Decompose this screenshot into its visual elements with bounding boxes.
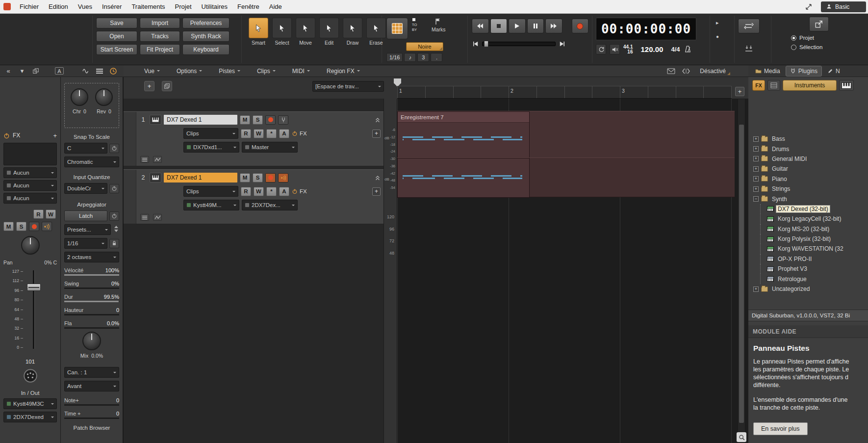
direction-dropdown[interactable]: Avant	[64, 381, 119, 391]
fx-filter-button[interactable]: FX	[752, 80, 765, 91]
add-track-button[interactable]: +	[144, 81, 154, 91]
snap-override-button[interactable]: *	[266, 187, 277, 196]
workspace-dropdown[interactable]: [Espace de trav...	[312, 81, 384, 92]
expand-window-icon[interactable]	[803, 2, 814, 11]
input-echo-button[interactable]	[42, 222, 52, 231]
tool[interactable]: Move	[295, 18, 316, 46]
arp-power-button[interactable]	[109, 211, 119, 221]
piano-icon[interactable]	[839, 80, 854, 91]
export-icon[interactable]	[809, 17, 829, 31]
audio-tab-icon[interactable]: A	[55, 67, 64, 75]
clips-pane[interactable]: Enregistrement 7	[397, 99, 748, 443]
zoom-icon[interactable]	[737, 432, 746, 442]
trackview-menu[interactable]: Options	[177, 68, 202, 75]
audio-engine-icon[interactable]	[610, 44, 620, 54]
tree-item[interactable]: Bass	[748, 134, 868, 144]
tool-icon[interactable]	[296, 18, 315, 38]
snap-dot-button[interactable]: .	[431, 53, 442, 62]
expand-icon[interactable]	[753, 146, 759, 152]
waveform-tab-icon[interactable]	[80, 67, 91, 76]
output1-dropdown[interactable]: Kystt49M...	[183, 200, 239, 210]
tree-item[interactable]: Drums	[748, 144, 868, 154]
position-thumb[interactable]	[484, 41, 488, 47]
fx-power-icon[interactable]	[3, 132, 10, 139]
tree-item[interactable]: Korg Polysix (32-bit)	[748, 234, 868, 244]
arp-slider[interactable]: Dur 99.5%	[64, 291, 119, 302]
fx-bin[interactable]	[3, 143, 57, 165]
tool[interactable]: Smart	[248, 18, 269, 46]
arp-slider[interactable]: Fla 0.0%	[64, 317, 119, 329]
track-grip[interactable]	[124, 170, 136, 224]
menu-item[interactable]: Edition	[44, 0, 73, 13]
tree-item[interactable]: General MIDI	[748, 154, 868, 164]
quantize-dropdown[interactable]: DoubleCr	[64, 183, 107, 194]
tree-item[interactable]: Strings	[748, 184, 868, 194]
tab-notes[interactable]: N	[823, 66, 844, 76]
freeze-icon[interactable]	[278, 115, 288, 125]
read-automation-button[interactable]: R	[241, 129, 251, 138]
trackview-menu[interactable]: Pistes	[219, 68, 240, 75]
scale-type-dropdown[interactable]: Chromatic	[64, 156, 119, 167]
tree-item[interactable]: Korg LegacyCell (32-bit)	[748, 214, 868, 224]
write-automation-button[interactable]: W	[254, 187, 264, 196]
expand-icon[interactable]	[753, 186, 759, 192]
toolbar-button[interactable]: Import	[140, 18, 180, 28]
toolbar-button[interactable]: Fit Project	[140, 44, 180, 55]
meter-display[interactable]: 4/4	[671, 46, 680, 53]
toolbar-button[interactable]: Start Screen	[96, 44, 137, 55]
read-automation-button[interactable]: R	[33, 209, 44, 219]
record-button[interactable]	[572, 19, 589, 33]
fx-add-button[interactable]: +	[53, 132, 57, 139]
tree-item[interactable]: OP-X PRO-II	[748, 254, 868, 264]
send-dropdown[interactable]: Aucun	[3, 167, 57, 178]
toolbar-button[interactable]: Save	[96, 18, 137, 28]
learn-more-button[interactable]: En savoir plus	[753, 422, 808, 435]
output2-dropdown[interactable]: Master	[242, 142, 298, 153]
input-dropdown[interactable]: Kystt49M3C	[3, 398, 57, 409]
add-fx-button[interactable]: +	[372, 130, 381, 138]
export-selection-radio[interactable]: Sélection	[791, 44, 861, 50]
collapse-icon[interactable]	[375, 117, 381, 123]
clips-dropdown[interactable]: Clips	[183, 186, 238, 197]
export-project-radio[interactable]: Projet	[791, 35, 861, 41]
toolbar-button[interactable]: Open	[96, 31, 137, 42]
midi-clip[interactable]: Enregistrement 7	[397, 111, 530, 158]
snap-to-by-toggle[interactable]: TO BY	[412, 18, 417, 32]
duplicate-track-button[interactable]	[162, 81, 172, 91]
arp-slider[interactable]: Hauteur 0	[64, 304, 119, 315]
trackview-menu[interactable]: Region FX	[327, 68, 360, 75]
write-automation-button[interactable]: W	[254, 129, 264, 138]
trackview-menu[interactable]: Vue	[144, 68, 160, 75]
track-grip[interactable]	[124, 112, 136, 166]
audio-scrub-icon[interactable]	[682, 68, 690, 74]
send-dropdown[interactable]: Aucun	[3, 193, 57, 204]
scale-power-button[interactable]	[109, 144, 119, 153]
tree-item[interactable]: Guitar	[748, 164, 868, 174]
timeline-ruler[interactable]: 1 2 3	[397, 86, 732, 99]
trackview-menu[interactable]: MIDI	[292, 68, 310, 75]
tree-item[interactable]: Uncategorized	[748, 284, 868, 294]
metronome-icon[interactable]	[684, 45, 692, 53]
marks-module[interactable]: Marks	[432, 18, 446, 32]
zoom-in-button[interactable]: +	[735, 87, 744, 96]
collapse-panel-icon[interactable]: «	[3, 67, 14, 76]
duplicate-view-icon[interactable]	[30, 67, 41, 76]
sync-icon[interactable]	[596, 44, 606, 54]
tree-item[interactable]: DX7 Dexed (32-bit)	[748, 204, 868, 214]
tree-item[interactable]: Piano	[748, 174, 868, 184]
expand-icon[interactable]	[753, 156, 759, 161]
tool-icon[interactable]	[366, 18, 386, 38]
position-slider[interactable]	[482, 42, 556, 46]
input-echo-icon[interactable]	[278, 173, 288, 182]
rack-icon[interactable]	[767, 80, 780, 91]
mute-button[interactable]: M	[3, 222, 14, 231]
pan-knob[interactable]	[21, 236, 40, 255]
clip-title[interactable]: Enregistrement 7	[398, 112, 529, 123]
tree-item[interactable]: Synth	[748, 194, 868, 204]
latch-button[interactable]: Latch	[64, 210, 107, 221]
clock-tab-icon[interactable]	[108, 67, 119, 76]
sample-rate[interactable]: 44.1 16	[623, 45, 633, 54]
mute-button[interactable]: M	[240, 115, 250, 125]
track-fx-toggle[interactable]: FX	[292, 188, 307, 194]
note-offset-control[interactable]: Note+ 0	[64, 394, 119, 406]
